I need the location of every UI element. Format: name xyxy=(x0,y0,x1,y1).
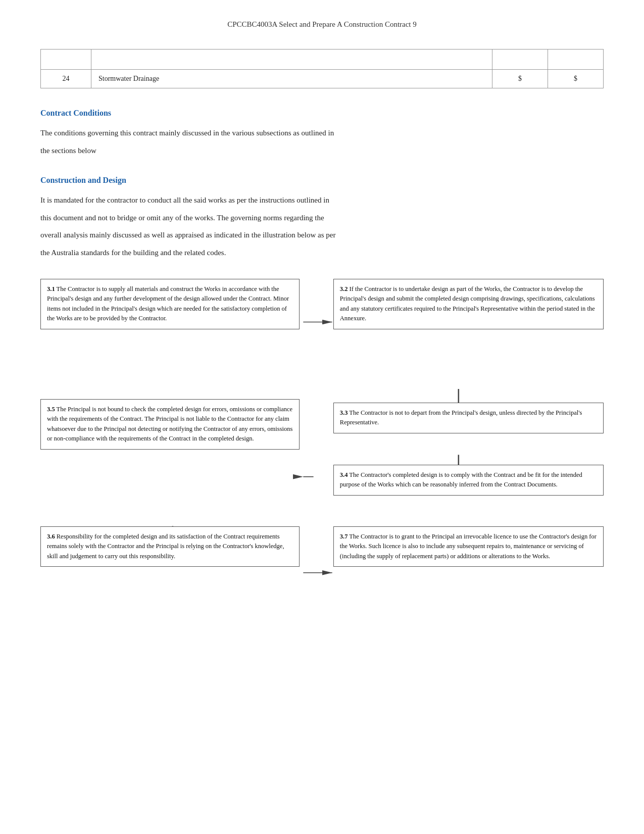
construction-para3: overall analysis mainly discussed as wel… xyxy=(40,228,604,242)
construction-para2: this document and not to bridge or omit … xyxy=(40,211,604,225)
row-description: Stormwater Drainage xyxy=(91,70,492,88)
contract-conditions-section: Contract Conditions The conditions gover… xyxy=(40,109,604,158)
table-row-empty xyxy=(41,50,604,70)
box-34: 3.4 The Contractor's completed design is… xyxy=(333,465,604,496)
box-37: 3.7 The Contractor is to grant to the Pr… xyxy=(333,526,604,567)
stormwater-table: 24 Stormwater Drainage $ $ xyxy=(40,49,604,88)
contract-conditions-para2: the sections below xyxy=(40,143,604,158)
box-36: 3.6 Responsibility for the completed des… xyxy=(40,526,300,567)
construction-para1: It is mandated for the contractor to con… xyxy=(40,193,604,208)
contract-conditions-heading: Contract Conditions xyxy=(40,109,604,118)
diagram-wrapper: 3.1 The Contractor is to supply all mate… xyxy=(40,274,604,658)
box-33: 3.3 The Contractor is not to depart from… xyxy=(333,403,604,433)
construction-design-section: Construction and Design It is mandated f… xyxy=(40,176,604,260)
box-31: 3.1 The Contractor is to supply all mate… xyxy=(40,279,300,329)
diagram-container: 3.1 The Contractor is to supply all mate… xyxy=(40,274,604,658)
row-dollar2: $ xyxy=(548,70,604,88)
construction-para4: the Australia standards for the building… xyxy=(40,246,604,260)
row-number: 24 xyxy=(41,70,91,88)
page-header: CPCCBC4003A Select and Prepare A Constru… xyxy=(40,20,604,34)
construction-design-heading: Construction and Design xyxy=(40,176,604,185)
row-dollar1: $ xyxy=(492,70,548,88)
table-row: 24 Stormwater Drainage $ $ xyxy=(41,70,604,88)
box-35: 3.5 The Principal is not bound to check … xyxy=(40,399,300,450)
box-32: 3.2 If the Contractor is to undertake de… xyxy=(333,279,604,329)
contract-conditions-para1: The conditions governing this contract m… xyxy=(40,126,604,140)
